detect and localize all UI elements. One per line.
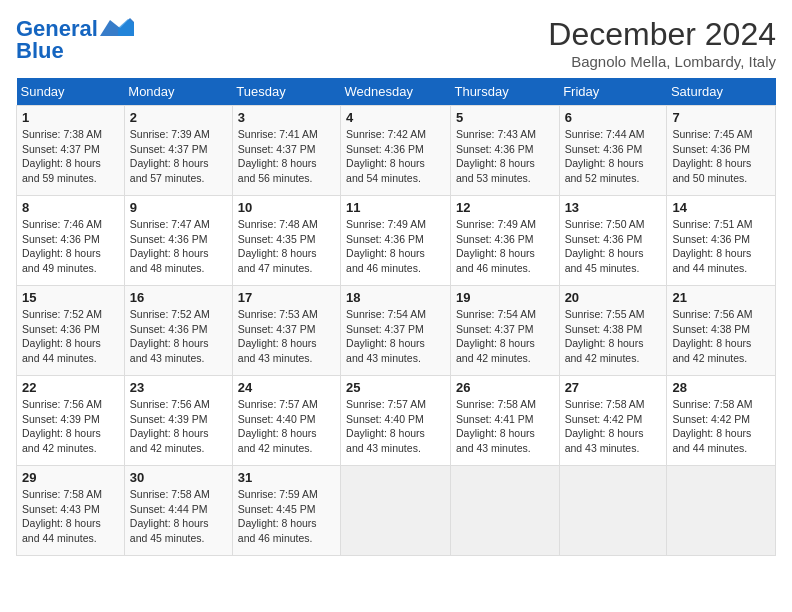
day-info: Sunrise: 7:38 AM Sunset: 4:37 PM Dayligh… xyxy=(22,127,119,186)
day-number: 12 xyxy=(456,200,554,215)
day-number: 28 xyxy=(672,380,770,395)
calendar-day-cell: 28Sunrise: 7:58 AM Sunset: 4:42 PM Dayli… xyxy=(667,376,776,466)
day-number: 14 xyxy=(672,200,770,215)
day-number: 17 xyxy=(238,290,335,305)
calendar-day-cell: 20Sunrise: 7:55 AM Sunset: 4:38 PM Dayli… xyxy=(559,286,667,376)
calendar-day-cell: 24Sunrise: 7:57 AM Sunset: 4:40 PM Dayli… xyxy=(232,376,340,466)
day-number: 24 xyxy=(238,380,335,395)
logo-icon xyxy=(100,18,134,38)
day-number: 26 xyxy=(456,380,554,395)
day-info: Sunrise: 7:47 AM Sunset: 4:36 PM Dayligh… xyxy=(130,217,227,276)
calendar-day-cell xyxy=(450,466,559,556)
day-info: Sunrise: 7:56 AM Sunset: 4:38 PM Dayligh… xyxy=(672,307,770,366)
calendar-day-cell: 8Sunrise: 7:46 AM Sunset: 4:36 PM Daylig… xyxy=(17,196,125,286)
day-info: Sunrise: 7:58 AM Sunset: 4:41 PM Dayligh… xyxy=(456,397,554,456)
day-number: 5 xyxy=(456,110,554,125)
day-number: 8 xyxy=(22,200,119,215)
day-info: Sunrise: 7:58 AM Sunset: 4:43 PM Dayligh… xyxy=(22,487,119,546)
calendar-day-cell: 15Sunrise: 7:52 AM Sunset: 4:36 PM Dayli… xyxy=(17,286,125,376)
logo-blue-text: Blue xyxy=(16,38,64,64)
day-info: Sunrise: 7:58 AM Sunset: 4:44 PM Dayligh… xyxy=(130,487,227,546)
calendar-day-cell: 6Sunrise: 7:44 AM Sunset: 4:36 PM Daylig… xyxy=(559,106,667,196)
location: Bagnolo Mella, Lombardy, Italy xyxy=(548,53,776,70)
day-number: 31 xyxy=(238,470,335,485)
day-info: Sunrise: 7:49 AM Sunset: 4:36 PM Dayligh… xyxy=(346,217,445,276)
calendar-day-cell xyxy=(559,466,667,556)
day-info: Sunrise: 7:56 AM Sunset: 4:39 PM Dayligh… xyxy=(22,397,119,456)
day-number: 22 xyxy=(22,380,119,395)
day-info: Sunrise: 7:49 AM Sunset: 4:36 PM Dayligh… xyxy=(456,217,554,276)
day-number: 21 xyxy=(672,290,770,305)
day-number: 25 xyxy=(346,380,445,395)
calendar-day-cell: 18Sunrise: 7:54 AM Sunset: 4:37 PM Dayli… xyxy=(341,286,451,376)
day-number: 16 xyxy=(130,290,227,305)
day-number: 20 xyxy=(565,290,662,305)
calendar-header-row: SundayMondayTuesdayWednesdayThursdayFrid… xyxy=(17,78,776,106)
weekday-header: Saturday xyxy=(667,78,776,106)
calendar-day-cell: 27Sunrise: 7:58 AM Sunset: 4:42 PM Dayli… xyxy=(559,376,667,466)
day-number: 29 xyxy=(22,470,119,485)
day-number: 15 xyxy=(22,290,119,305)
weekday-header: Wednesday xyxy=(341,78,451,106)
day-number: 18 xyxy=(346,290,445,305)
day-number: 10 xyxy=(238,200,335,215)
calendar-day-cell: 5Sunrise: 7:43 AM Sunset: 4:36 PM Daylig… xyxy=(450,106,559,196)
day-number: 6 xyxy=(565,110,662,125)
day-number: 30 xyxy=(130,470,227,485)
weekday-header: Tuesday xyxy=(232,78,340,106)
calendar-day-cell: 7Sunrise: 7:45 AM Sunset: 4:36 PM Daylig… xyxy=(667,106,776,196)
calendar-day-cell: 26Sunrise: 7:58 AM Sunset: 4:41 PM Dayli… xyxy=(450,376,559,466)
calendar-day-cell: 23Sunrise: 7:56 AM Sunset: 4:39 PM Dayli… xyxy=(124,376,232,466)
day-info: Sunrise: 7:58 AM Sunset: 4:42 PM Dayligh… xyxy=(672,397,770,456)
calendar-week-row: 1Sunrise: 7:38 AM Sunset: 4:37 PM Daylig… xyxy=(17,106,776,196)
calendar-week-row: 15Sunrise: 7:52 AM Sunset: 4:36 PM Dayli… xyxy=(17,286,776,376)
day-info: Sunrise: 7:39 AM Sunset: 4:37 PM Dayligh… xyxy=(130,127,227,186)
day-number: 9 xyxy=(130,200,227,215)
day-number: 7 xyxy=(672,110,770,125)
calendar-table: SundayMondayTuesdayWednesdayThursdayFrid… xyxy=(16,78,776,556)
day-info: Sunrise: 7:57 AM Sunset: 4:40 PM Dayligh… xyxy=(238,397,335,456)
calendar-day-cell: 25Sunrise: 7:57 AM Sunset: 4:40 PM Dayli… xyxy=(341,376,451,466)
calendar-day-cell: 21Sunrise: 7:56 AM Sunset: 4:38 PM Dayli… xyxy=(667,286,776,376)
day-number: 19 xyxy=(456,290,554,305)
day-info: Sunrise: 7:46 AM Sunset: 4:36 PM Dayligh… xyxy=(22,217,119,276)
day-info: Sunrise: 7:44 AM Sunset: 4:36 PM Dayligh… xyxy=(565,127,662,186)
calendar-day-cell: 9Sunrise: 7:47 AM Sunset: 4:36 PM Daylig… xyxy=(124,196,232,286)
day-number: 3 xyxy=(238,110,335,125)
calendar-day-cell: 10Sunrise: 7:48 AM Sunset: 4:35 PM Dayli… xyxy=(232,196,340,286)
calendar-day-cell: 12Sunrise: 7:49 AM Sunset: 4:36 PM Dayli… xyxy=(450,196,559,286)
calendar-day-cell: 11Sunrise: 7:49 AM Sunset: 4:36 PM Dayli… xyxy=(341,196,451,286)
day-info: Sunrise: 7:48 AM Sunset: 4:35 PM Dayligh… xyxy=(238,217,335,276)
day-info: Sunrise: 7:42 AM Sunset: 4:36 PM Dayligh… xyxy=(346,127,445,186)
day-info: Sunrise: 7:50 AM Sunset: 4:36 PM Dayligh… xyxy=(565,217,662,276)
calendar-day-cell: 4Sunrise: 7:42 AM Sunset: 4:36 PM Daylig… xyxy=(341,106,451,196)
page-header: General Blue December 2024 Bagnolo Mella… xyxy=(16,16,776,70)
calendar-day-cell: 2Sunrise: 7:39 AM Sunset: 4:37 PM Daylig… xyxy=(124,106,232,196)
day-info: Sunrise: 7:45 AM Sunset: 4:36 PM Dayligh… xyxy=(672,127,770,186)
weekday-header: Sunday xyxy=(17,78,125,106)
day-number: 23 xyxy=(130,380,227,395)
weekday-header: Friday xyxy=(559,78,667,106)
title-section: December 2024 Bagnolo Mella, Lombardy, I… xyxy=(548,16,776,70)
calendar-week-row: 29Sunrise: 7:58 AM Sunset: 4:43 PM Dayli… xyxy=(17,466,776,556)
logo: General Blue xyxy=(16,16,134,64)
day-info: Sunrise: 7:53 AM Sunset: 4:37 PM Dayligh… xyxy=(238,307,335,366)
calendar-week-row: 22Sunrise: 7:56 AM Sunset: 4:39 PM Dayli… xyxy=(17,376,776,466)
svg-marker-1 xyxy=(118,19,134,36)
day-number: 1 xyxy=(22,110,119,125)
calendar-day-cell: 22Sunrise: 7:56 AM Sunset: 4:39 PM Dayli… xyxy=(17,376,125,466)
day-info: Sunrise: 7:57 AM Sunset: 4:40 PM Dayligh… xyxy=(346,397,445,456)
day-number: 11 xyxy=(346,200,445,215)
calendar-day-cell: 17Sunrise: 7:53 AM Sunset: 4:37 PM Dayli… xyxy=(232,286,340,376)
day-info: Sunrise: 7:54 AM Sunset: 4:37 PM Dayligh… xyxy=(346,307,445,366)
calendar-day-cell: 1Sunrise: 7:38 AM Sunset: 4:37 PM Daylig… xyxy=(17,106,125,196)
day-info: Sunrise: 7:52 AM Sunset: 4:36 PM Dayligh… xyxy=(130,307,227,366)
calendar-day-cell: 14Sunrise: 7:51 AM Sunset: 4:36 PM Dayli… xyxy=(667,196,776,286)
day-info: Sunrise: 7:55 AM Sunset: 4:38 PM Dayligh… xyxy=(565,307,662,366)
day-info: Sunrise: 7:52 AM Sunset: 4:36 PM Dayligh… xyxy=(22,307,119,366)
calendar-day-cell xyxy=(667,466,776,556)
day-number: 13 xyxy=(565,200,662,215)
calendar-day-cell: 31Sunrise: 7:59 AM Sunset: 4:45 PM Dayli… xyxy=(232,466,340,556)
day-number: 27 xyxy=(565,380,662,395)
weekday-header: Thursday xyxy=(450,78,559,106)
